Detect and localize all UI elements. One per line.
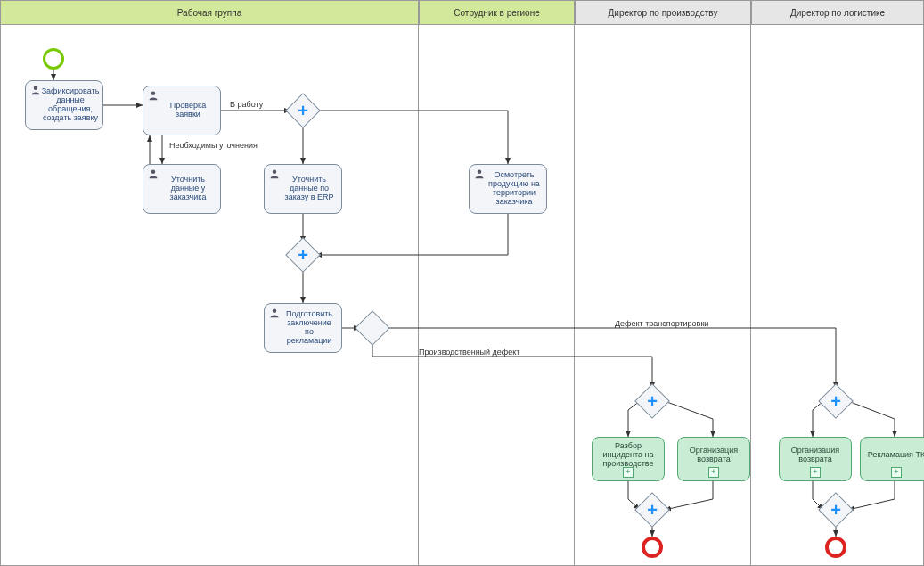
start-event-start[interactable] [43, 48, 64, 70]
gateway-gw_excl[interactable] [360, 316, 385, 340]
lane-header-lane3: Директор по производству [575, 0, 751, 25]
parallel-plus-icon: + [640, 497, 665, 522]
bpmn-canvas: Рабочая группаСотрудник в регионеДиректо… [0, 0, 924, 566]
lane-header-lane4: Директор по логистике [751, 0, 924, 25]
subprocess-sp_log_claim[interactable]: Рекламация ТК+ [860, 437, 924, 481]
subprocess-label: Организация возврата [785, 447, 846, 464]
edge-label-l_proddef: Производственный дефект [419, 348, 519, 357]
parallel-plus-icon: + [290, 98, 315, 123]
user-icon [148, 168, 159, 179]
lane-header-lane2: Сотрудник в регионе [419, 0, 575, 25]
gateway-diamond-icon [355, 310, 390, 346]
svg-point-5 [273, 309, 277, 314]
subprocess-sp_prod_return[interactable]: Организация возврата+ [677, 437, 750, 481]
gateway-gw_prod_b[interactable]: + [640, 497, 665, 522]
subprocess-label: Разбор инцидента на производстве [598, 442, 658, 469]
edge-label-l_inwork: В работу [230, 100, 263, 109]
gateway-gw_par2[interactable]: + [290, 242, 315, 267]
svg-point-4 [478, 170, 482, 175]
edge-label-l_transport: Дефект транспортировки [615, 319, 708, 328]
task-label: Уточнить данные у заказчика [161, 176, 215, 202]
lane-header-lane1: Рабочая группа [0, 0, 419, 25]
task-label: Проверка заявки [161, 102, 215, 119]
lane-body-lane4 [751, 25, 924, 566]
task-label: Осмотреть продукцию на территории заказч… [487, 171, 541, 207]
svg-point-0 [34, 86, 38, 91]
task-t_conclude[interactable]: Подготовить заключение по рекламации [264, 303, 342, 353]
subprocess-sp_prod_incident[interactable]: Разбор инцидента на производстве+ [592, 437, 665, 481]
task-t_check[interactable]: Проверка заявки [143, 86, 221, 135]
parallel-plus-icon: + [823, 389, 848, 414]
expand-marker-icon: + [708, 467, 719, 478]
task-label: Зафиксировать данные обращения, создать … [42, 87, 100, 123]
edge-label-l_clarify: Необходимы уточнения [169, 141, 258, 150]
expand-marker-icon: + [623, 467, 634, 478]
task-t_erp[interactable]: Уточнить данные по заказу в ERP [264, 164, 342, 214]
task-label: Подготовить заключение по рекламации [282, 310, 336, 346]
task-label: Уточнить данные по заказу в ERP [282, 176, 336, 202]
end-event-end_log[interactable] [825, 537, 846, 558]
parallel-plus-icon: + [640, 389, 665, 414]
end-event-end_prod[interactable] [642, 537, 663, 558]
svg-point-3 [273, 170, 277, 175]
subprocess-sp_log_return[interactable]: Организация возврата+ [779, 437, 852, 481]
subprocess-label: Организация возврата [683, 447, 744, 464]
parallel-plus-icon: + [823, 497, 848, 522]
task-t_inspect[interactable]: Осмотреть продукцию на территории заказч… [469, 164, 547, 214]
lane-body-lane2 [419, 25, 575, 566]
gateway-gw_log_b[interactable]: + [823, 497, 848, 522]
task-t_clarify[interactable]: Уточнить данные у заказчика [143, 164, 221, 214]
parallel-plus-icon: + [290, 242, 315, 267]
user-icon [30, 85, 41, 95]
user-icon [269, 168, 280, 179]
svg-point-2 [151, 170, 156, 175]
expand-marker-icon: + [891, 467, 902, 478]
gateway-gw_prod_t[interactable]: + [640, 389, 665, 414]
gateway-gw_par1[interactable]: + [290, 98, 315, 123]
gateway-gw_log_t[interactable]: + [823, 389, 848, 414]
user-icon [474, 168, 485, 179]
svg-point-1 [151, 92, 156, 96]
user-icon [148, 90, 159, 101]
expand-marker-icon: + [810, 467, 821, 478]
lane-body-lane3 [575, 25, 751, 566]
task-t_fix[interactable]: Зафиксировать данные обращения, создать … [25, 80, 103, 130]
user-icon [269, 308, 280, 318]
subprocess-label: Рекламация ТК [868, 451, 924, 460]
